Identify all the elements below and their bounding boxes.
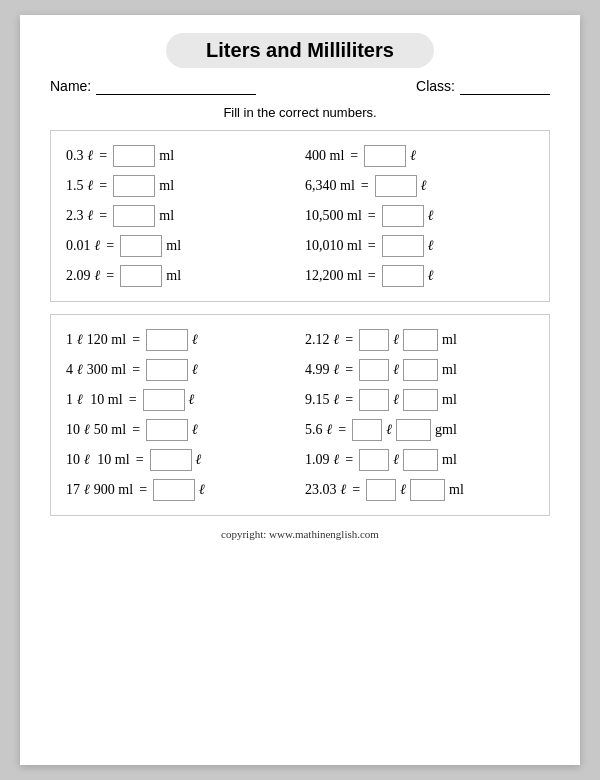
problem-row: 9.15ℓ = ℓ ml [305,385,534,415]
problem-row: 4ℓ 300 ml = ℓ [66,355,295,385]
answer-input[interactable] [113,205,155,227]
answer-input2[interactable] [403,389,438,411]
problem-row: 6,340 ml = ℓ [305,171,534,201]
problem-row: 1.5ℓ = ml [66,171,295,201]
answer-input2[interactable] [396,419,431,441]
answer-input2[interactable] [403,329,438,351]
name-field-group: Name: [50,78,256,95]
problem-row: 400 ml = ℓ [305,141,534,171]
section1-box: 0.3ℓ = ml 1.5ℓ = ml 2.3ℓ = ml [50,130,550,302]
section1-grid: 0.3ℓ = ml 1.5ℓ = ml 2.3ℓ = ml [66,141,534,291]
answer-input[interactable] [146,419,188,441]
answer-input[interactable] [359,389,389,411]
answer-input[interactable] [382,265,424,287]
problem-row: 0.3ℓ = ml [66,141,295,171]
answer-input2[interactable] [403,359,438,381]
section2-box: 1ℓ 120 ml = ℓ 4ℓ 300 ml = ℓ 1ℓ 10 ml = [50,314,550,516]
s1-left-col: 0.3ℓ = ml 1.5ℓ = ml 2.3ℓ = ml [66,141,295,291]
problem-row: 23.03ℓ = ℓ ml [305,475,534,505]
answer-input[interactable] [150,449,192,471]
problem-row: 12,200 ml = ℓ [305,261,534,291]
problem-row: 17ℓ 900 ml = ℓ [66,475,295,505]
answer-input[interactable] [359,359,389,381]
answer-input[interactable] [382,205,424,227]
answer-input[interactable] [364,145,406,167]
s1-right-col: 400 ml = ℓ 6,340 ml = ℓ 10,500 ml = ℓ [305,141,534,291]
answer-input[interactable] [113,175,155,197]
answer-input[interactable] [143,389,185,411]
worksheet-page: Liters and Milliliters Name: Class: Fill… [20,15,580,765]
answer-input[interactable] [120,265,162,287]
answer-input[interactable] [359,449,389,471]
problem-row: 10,500 ml = ℓ [305,201,534,231]
problem-row: 10,010 ml = ℓ [305,231,534,261]
answer-input2[interactable] [410,479,445,501]
problem-row: 1.09ℓ = ℓ ml [305,445,534,475]
s2-left-col: 1ℓ 120 ml = ℓ 4ℓ 300 ml = ℓ 1ℓ 10 ml = [66,325,295,505]
problem-row: 5.6ℓ = ℓ gml [305,415,534,445]
answer-input[interactable] [382,235,424,257]
section2-grid: 1ℓ 120 ml = ℓ 4ℓ 300 ml = ℓ 1ℓ 10 ml = [66,325,534,505]
answer-input[interactable] [359,329,389,351]
problem-row: 2.3ℓ = ml [66,201,295,231]
answer-input[interactable] [153,479,195,501]
problem-row: 2.12ℓ = ℓ ml [305,325,534,355]
answer-input[interactable] [146,359,188,381]
copyright-text: copyright: www.mathinenglish.com [50,528,550,540]
name-class-row: Name: Class: [50,78,550,95]
answer-input[interactable] [120,235,162,257]
s2-right-col: 2.12ℓ = ℓ ml 4.99ℓ = ℓ ml 9.15ℓ [305,325,534,505]
answer-input2[interactable] [403,449,438,471]
answer-input[interactable] [375,175,417,197]
problem-row: 1ℓ 120 ml = ℓ [66,325,295,355]
page-title: Liters and Milliliters [166,33,434,68]
answer-input[interactable] [146,329,188,351]
problem-row: 4.99ℓ = ℓ ml [305,355,534,385]
problem-row: 10ℓ 50 ml = ℓ [66,415,295,445]
answer-input[interactable] [366,479,396,501]
problem-row: 2.09ℓ = ml [66,261,295,291]
problem-row: 1ℓ 10 ml = ℓ [66,385,295,415]
name-label: Name: [50,78,91,94]
answer-input[interactable] [352,419,382,441]
class-label: Class: [416,78,455,94]
answer-input[interactable] [113,145,155,167]
instructions-text: Fill in the correct numbers. [50,105,550,120]
problem-row: 10ℓ 10 ml = ℓ [66,445,295,475]
problem-row: 0.01ℓ = ml [66,231,295,261]
class-field-group: Class: [416,78,550,95]
